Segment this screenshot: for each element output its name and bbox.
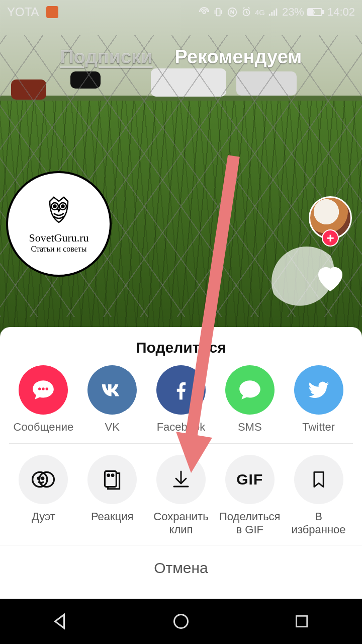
nav-home-button[interactable] (168, 608, 194, 634)
watermark-title: SovetGuru.ru (29, 231, 88, 245)
nav-recents-button[interactable] (289, 608, 315, 634)
download-icon (156, 455, 206, 504)
action-share-gif[interactable]: GIF Поделиться в GIF (215, 455, 284, 536)
gif-text: GIF (236, 471, 263, 488)
share-twitter[interactable]: Twitter (284, 365, 353, 433)
share-actions-row[interactable]: Дуэт Реакция Сохранить клип GIF Поделить… (0, 444, 362, 545)
nav-back-button[interactable] (47, 608, 73, 634)
vibrate-icon (213, 7, 224, 18)
share-vk[interactable]: VK (78, 365, 147, 433)
share-label: Twitter (302, 421, 335, 433)
share-label: SMS (238, 421, 262, 433)
share-label: Сообщение (14, 421, 74, 433)
facebook-icon (156, 365, 206, 415)
svg-point-27 (174, 615, 188, 628)
svg-point-0 (203, 11, 206, 14)
status-bar: YOTA 4G 23% 14:02 (0, 0, 362, 24)
sms-icon (225, 365, 275, 415)
share-message[interactable]: Сообщение (9, 365, 78, 433)
signal-icon (268, 7, 279, 18)
svg-rect-4 (269, 14, 270, 16)
svg-point-26 (112, 474, 114, 476)
action-label: Дуэт (32, 510, 55, 523)
android-nav-bar (0, 599, 362, 644)
nfc-icon (227, 7, 238, 18)
hotspot-icon (199, 7, 210, 18)
svg-point-17 (38, 387, 41, 390)
share-sheet: Поделиться Сообщение VK Facebook (0, 327, 362, 599)
cancel-button[interactable]: Отмена (154, 559, 208, 577)
svg-rect-7 (276, 9, 277, 16)
svg-rect-10 (309, 10, 312, 15)
share-facebook[interactable]: Facebook (147, 365, 216, 433)
svg-point-23 (42, 477, 44, 479)
gif-icon: GIF (225, 455, 275, 504)
action-label: Сохранить клип (153, 510, 208, 536)
follow-plus-icon[interactable]: + (322, 229, 339, 247)
app-screen: YOTA 4G 23% 14:02 (0, 0, 362, 644)
svg-rect-24 (105, 471, 117, 487)
bookmark-icon (294, 455, 343, 504)
share-label: VK (105, 421, 120, 433)
share-sms[interactable]: SMS (215, 365, 284, 433)
action-label: В избранное (292, 510, 346, 536)
owl-icon (43, 194, 75, 228)
feed-tabs: Подписки Рекомендуем (0, 46, 362, 68)
vk-icon (87, 365, 137, 415)
svg-rect-1 (216, 9, 220, 16)
svg-point-18 (42, 387, 45, 390)
twitter-icon (294, 365, 343, 415)
action-label: Реакция (91, 510, 134, 523)
share-label: Facebook (157, 421, 206, 433)
duet-icon (19, 455, 68, 504)
watermark-badge: SovetGuru.ru Статьи и советы (6, 171, 112, 277)
svg-rect-9 (322, 11, 324, 14)
message-icon (19, 365, 68, 415)
svg-rect-5 (271, 12, 273, 16)
cancel-bar: Отмена (0, 545, 362, 591)
svg-point-19 (46, 387, 48, 390)
svg-rect-6 (274, 10, 275, 16)
alarm-icon (241, 7, 252, 18)
action-save-video[interactable]: Сохранить клип (147, 455, 216, 536)
svg-point-22 (38, 477, 40, 479)
action-reaction[interactable]: Реакция (78, 455, 147, 536)
like-heart-icon[interactable] (312, 260, 348, 296)
action-label: Поделиться в GIF (219, 510, 280, 536)
network-type-label: 4G (255, 9, 265, 16)
notification-dot-icon (46, 6, 58, 18)
svg-point-25 (108, 474, 110, 476)
action-favorite[interactable]: В избранное (284, 455, 353, 536)
reaction-icon (87, 455, 137, 504)
tab-following[interactable]: Подписки (60, 46, 153, 68)
battery-icon (307, 8, 324, 17)
svg-point-13 (54, 205, 56, 208)
battery-percent: 23% (282, 6, 304, 19)
author-avatar[interactable]: + (309, 196, 352, 239)
svg-point-14 (62, 205, 64, 208)
svg-rect-28 (296, 616, 307, 626)
watermark-subtitle: Статьи и советы (31, 245, 86, 254)
clock-label: 14:02 (327, 6, 355, 19)
share-sheet-title: Поделиться (0, 327, 362, 365)
action-duet[interactable]: Дуэт (9, 455, 78, 536)
tab-for-you[interactable]: Рекомендуем (175, 46, 302, 68)
share-targets-row[interactable]: Сообщение VK Facebook SMS (0, 365, 362, 443)
right-action-rail: + (309, 196, 352, 296)
carrier-label: YOTA (7, 5, 39, 19)
